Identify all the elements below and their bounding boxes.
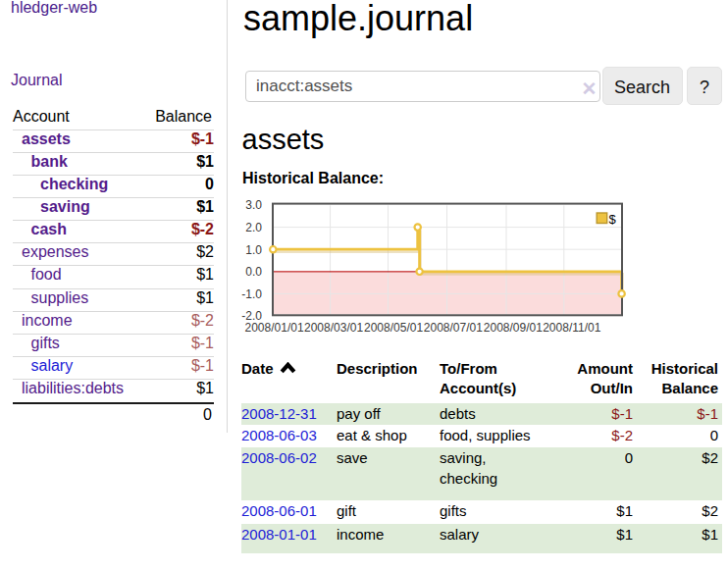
- svg-text:0.0: 0.0: [245, 265, 262, 279]
- svg-text:2.0: 2.0: [245, 221, 262, 234]
- svg-text:-1.0: -1.0: [241, 287, 262, 301]
- svg-text:2008/01/01: 2008/01/01: [245, 321, 304, 335]
- svg-text:2008/07/01: 2008/07/01: [424, 321, 483, 335]
- svg-text:3.0: 3.0: [245, 198, 262, 212]
- svg-text:2008/11/01: 2008/11/01: [543, 321, 600, 335]
- svg-text:$: $: [609, 212, 617, 227]
- svg-text:2008/09/01: 2008/09/01: [484, 321, 543, 335]
- svg-text:2008/05/01: 2008/05/01: [364, 321, 423, 335]
- svg-text:1.0: 1.0: [245, 243, 262, 257]
- svg-text:2008/03/01: 2008/03/01: [304, 321, 363, 335]
